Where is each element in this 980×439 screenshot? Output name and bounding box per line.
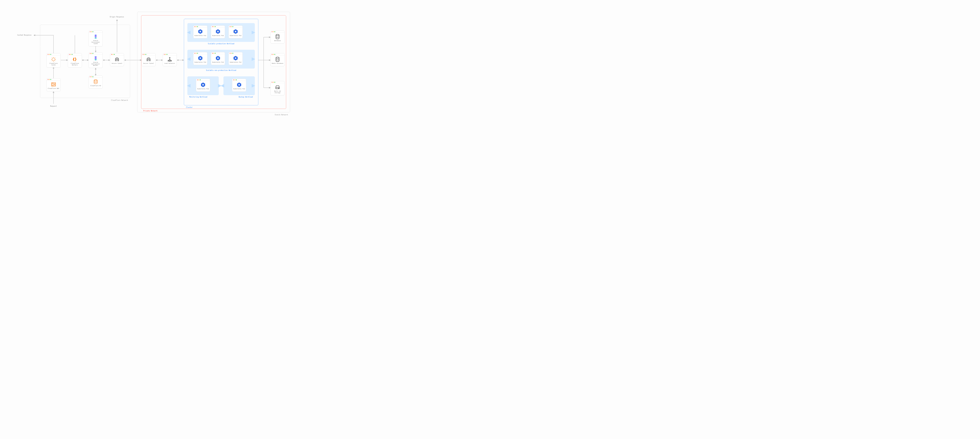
node-label: Kubernetes Pod — [212, 62, 224, 63]
workload-prod-label: Scalable production Workload — [208, 43, 234, 44]
node-label: Redis Database — [272, 63, 283, 64]
svg-rect-0 — [51, 82, 56, 86]
node-k8s-pod: Kubernetes Pod — [232, 79, 246, 92]
disk-icon — [275, 84, 280, 90]
svg-rect-9 — [217, 31, 219, 32]
workers-icon — [72, 57, 78, 62]
node-k8s-pod: Kubernetes Pod — [196, 79, 210, 92]
window-chrome-icon — [47, 79, 60, 81]
kv-store-icon — [93, 79, 99, 84]
database-icon — [275, 57, 280, 62]
window-chrome-icon — [68, 54, 82, 55]
window-chrome-icon — [194, 52, 207, 54]
svg-rect-11 — [235, 31, 236, 32]
region-cluster-label: Cluster — [186, 106, 192, 108]
kubernetes-icon — [236, 82, 242, 87]
window-chrome-icon — [194, 25, 207, 28]
window-chrome-icon — [110, 54, 124, 55]
diagram-canvas: Cached Response Origin Response Request … — [0, 0, 306, 124]
node-label: Cloudflare WAF — [48, 88, 60, 89]
workload-nonprod-label: Scalable non-production Workload — [206, 70, 236, 71]
kubernetes-icon — [215, 29, 221, 34]
node-label: Kubernetes Pod — [229, 35, 242, 36]
origin-response-label: Origin Response — [110, 16, 124, 18]
node-label: Kubernetes Pod — [197, 88, 209, 90]
window-chrome-icon — [89, 52, 102, 54]
svg-point-2 — [169, 57, 170, 59]
workload-backup-label: Backup Workload — [239, 96, 253, 98]
node-k8s-pod: Kubernetes Pod — [193, 25, 207, 38]
statik-logo-icon — [93, 55, 99, 61]
svg-rect-17 — [235, 57, 236, 59]
node-label: Database — [272, 40, 283, 42]
window-chrome-icon — [196, 79, 210, 81]
node-cloudflare-cache: Cloudflare Cache — [46, 53, 60, 68]
window-chrome-icon — [270, 31, 285, 33]
window-chrome-icon — [211, 25, 225, 28]
node-label: Kubernetes Pod — [212, 35, 224, 36]
svg-rect-3 — [168, 60, 169, 61]
window-chrome-icon — [89, 76, 102, 78]
window-chrome-icon — [229, 25, 242, 28]
window-chrome-icon — [89, 31, 102, 33]
node-cloudflare-kv: Cloudflare KV — [89, 76, 103, 89]
node-database: Database — [270, 30, 285, 43]
svg-point-1 — [94, 80, 97, 81]
node-label: Cloudflare Cache — [48, 63, 60, 66]
window-chrome-icon — [142, 54, 156, 55]
svg-rect-13 — [200, 57, 201, 59]
window-chrome-icon — [270, 54, 285, 55]
node-label: Load balancer — [164, 63, 176, 64]
svg-rect-21 — [239, 84, 240, 86]
kubernetes-icon — [233, 55, 238, 61]
request-label: Request — [50, 105, 57, 107]
window-chrome-icon — [270, 81, 285, 83]
svg-rect-15 — [217, 57, 219, 59]
node-cloudflare-waf: Cloudflare WAF — [46, 78, 60, 91]
node-k8s-pod: Kubernetes Pod — [211, 52, 225, 65]
cached-response-label: Cached Response — [17, 34, 31, 36]
node-cloudflare-workers: Cloudflare Workers — [68, 53, 82, 68]
database-icon — [275, 34, 280, 40]
svg-rect-7 — [200, 31, 201, 32]
window-chrome-icon — [163, 54, 177, 55]
kubernetes-icon — [215, 55, 221, 61]
window-chrome-icon — [47, 54, 60, 55]
node-label: Kubernetes Pod — [229, 62, 242, 63]
spark-icon — [51, 57, 56, 62]
node-k8s-pod: Kubernetes Pod — [211, 25, 225, 38]
node-storage: Multi AZ Storage — [270, 81, 285, 95]
node-secure-tunnel-right: Secure Tunnel — [142, 53, 156, 66]
kubernetes-icon — [197, 55, 203, 61]
region-statik-label: Statik Network — [275, 114, 288, 116]
load-balancer-icon — [167, 57, 172, 62]
region-private-label: Private Network — [143, 110, 158, 112]
node-label: Kubernetes Pod — [194, 35, 207, 36]
firewall-icon — [51, 82, 56, 87]
node-redis: Redis Database — [270, 53, 285, 66]
node-label: Kubernetes Pod — [233, 88, 245, 90]
svg-rect-19 — [202, 84, 204, 86]
node-k8s-pod: Kubernetes Pod — [229, 52, 243, 65]
kubernetes-icon — [200, 82, 206, 87]
svg-point-23 — [276, 57, 279, 59]
kubernetes-icon — [233, 29, 238, 34]
kubernetes-icon — [197, 29, 203, 34]
node-k8s-pod: Kubernetes Pod — [193, 52, 207, 65]
node-label: Kubernetes Pod — [194, 62, 207, 63]
node-label: Cloudflare KV — [89, 85, 102, 87]
svg-rect-4 — [169, 61, 170, 62]
node-label: Statik Entrypoint Worker — [89, 62, 102, 67]
tunnel-icon — [114, 57, 120, 62]
node-load-balancer: Load balancer — [163, 53, 177, 66]
workload-monitor-label: Monitoring Workload — [189, 96, 207, 98]
svg-point-22 — [276, 34, 279, 36]
node-statik-persistent-cache: Statik Persistent Cache — [89, 30, 103, 46]
node-label: Secure Tunnel — [143, 63, 154, 64]
region-cloudflare-label: Cloudflare Network — [111, 100, 128, 101]
node-statik-entrypoint: Statik Entrypoint Worker — [89, 52, 103, 68]
window-chrome-icon — [232, 79, 246, 81]
window-chrome-icon — [229, 52, 242, 54]
node-k8s-pod: Kubernetes Pod — [229, 25, 243, 38]
svg-rect-5 — [171, 60, 172, 61]
